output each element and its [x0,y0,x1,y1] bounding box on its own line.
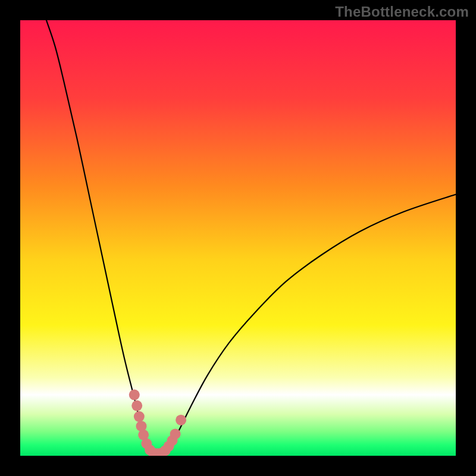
highlight-dot [170,428,181,439]
gradient-background [20,20,456,456]
chart-svg [20,20,456,456]
highlight-dot [129,390,140,400]
watermark-text: TheBottleneck.com [335,4,469,20]
plot-area [20,20,456,456]
chart-frame: TheBottleneck.com [0,0,476,476]
highlight-dot [134,411,145,422]
highlight-dot [131,400,142,411]
highlight-dot [176,415,186,425]
